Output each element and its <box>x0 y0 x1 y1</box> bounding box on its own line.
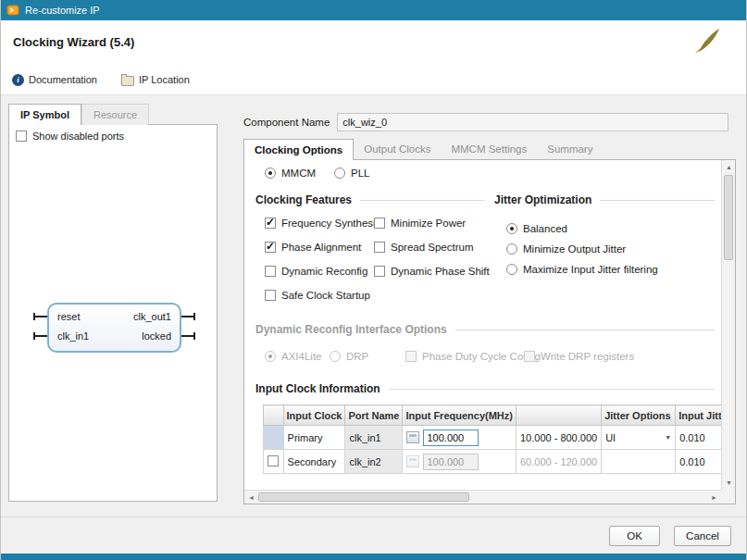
col-select <box>264 405 284 426</box>
pll-label[interactable]: PLL <box>351 168 369 179</box>
frequency-synthesis-checkbox[interactable] <box>265 218 276 229</box>
footer: OK Cancel <box>609 526 731 546</box>
horizontal-scrollbar[interactable]: ◄ ► <box>244 490 721 504</box>
page-title: Clocking Wizard (5.4) <box>13 35 134 49</box>
tab-resource[interactable]: Resource <box>81 104 149 125</box>
secondary-jitter-options-cell <box>602 450 676 474</box>
folder-icon <box>121 76 134 86</box>
tab-summary[interactable]: Summary <box>537 139 603 160</box>
port-reset: reset <box>57 311 80 322</box>
component-name-label: Component Name <box>243 117 330 128</box>
primary-clock-row: Primary clk_in1 10.000 - 800.000 UI ▼ 0.… <box>264 426 735 450</box>
jitter-optimization-title: Jitter Optimization <box>494 193 591 206</box>
port-locked: locked <box>142 330 171 342</box>
horizontal-scrollbar-thumb[interactable] <box>258 492 469 502</box>
phase-alignment-checkbox[interactable] <box>265 242 276 253</box>
ip-location-button[interactable]: IP Location <box>121 74 190 86</box>
scroll-right-button[interactable]: ► <box>707 491 721 504</box>
dynamic-phase-shift-checkbox[interactable] <box>374 266 385 277</box>
titlebar[interactable]: Re-customize IP <box>1 0 746 20</box>
ip-dialog-icon <box>6 4 19 17</box>
ip-symbol: reset clk_out1 clk_in1 locked <box>47 303 181 353</box>
pll-option: PLL <box>334 168 369 179</box>
safe-clock-startup-label[interactable]: Safe Clock Startup <box>281 290 370 301</box>
primary-jitter-options-cell[interactable]: UI ▼ <box>602 426 676 450</box>
minimize-power-checkbox[interactable] <box>374 218 385 229</box>
tab-ip-symbol[interactable]: IP Symbol <box>8 104 81 125</box>
primary-clock-cell: Primary <box>283 426 345 450</box>
dynamic-phase-shift-option: Dynamic Phase Shift <box>374 266 490 277</box>
scroll-down-icon: ▼ <box>726 479 732 486</box>
tab-mmcm-settings[interactable]: MMCM Settings <box>441 139 537 160</box>
minimize-power-label[interactable]: Minimize Power <box>391 218 466 229</box>
drp-radio <box>330 351 341 362</box>
scrollbar-corner <box>721 490 735 504</box>
info-icon: i <box>12 74 24 86</box>
spread-spectrum-label[interactable]: Spread Spectrum <box>391 242 474 253</box>
footer-divider <box>1 516 746 517</box>
ok-button[interactable]: OK <box>609 526 660 546</box>
documentation-button[interactable]: i Documentation <box>12 74 97 86</box>
frequency-synthesis-label[interactable]: Frequency Synthesis <box>281 218 380 229</box>
spread-spectrum-checkbox[interactable] <box>374 242 385 253</box>
mmcm-label[interactable]: MMCM <box>281 168 316 179</box>
dynamic-reconfig-checkbox[interactable] <box>265 266 276 277</box>
frequency-edit-icon <box>406 455 419 467</box>
primary-frequency-input[interactable] <box>423 429 479 446</box>
vertical-scrollbar-thumb[interactable] <box>724 175 733 260</box>
balanced-label[interactable]: Balanced <box>523 223 567 234</box>
port-stub-locked <box>181 335 195 337</box>
frequency-edit-icon[interactable] <box>406 431 419 443</box>
dynamic-phase-shift-label[interactable]: Dynamic Phase Shift <box>391 266 490 277</box>
safe-clock-startup-checkbox[interactable] <box>265 290 276 301</box>
dialog-header: Clocking Wizard (5.4) <box>1 20 746 65</box>
component-name-input[interactable] <box>337 113 728 131</box>
ip-symbol-panel: Show disabled ports reset clk_out1 clk_i… <box>8 124 218 502</box>
primary-jitter-option-value: UI <box>605 432 616 443</box>
tab-clocking-options[interactable]: Clocking Options <box>243 139 354 160</box>
balanced-radio[interactable] <box>506 223 517 234</box>
phase-duty-cycle-config-checkbox <box>405 351 417 362</box>
scroll-left-button[interactable]: ◄ <box>244 491 258 504</box>
dynamic-reconfig-label[interactable]: Dynamic Reconfig <box>281 266 367 277</box>
clocking-features-header: Clocking Features <box>255 193 485 206</box>
maximize-input-jitter-label[interactable]: Maximize Input Jitter filtering <box>523 264 658 275</box>
toolbar: i Documentation IP Location <box>1 65 746 95</box>
vertical-scrollbar[interactable]: ▲ ▼ <box>721 160 735 490</box>
vivado-logo-icon <box>692 28 722 59</box>
minimize-output-jitter-option: Minimize Output Jitter <box>506 243 626 255</box>
port-clk-in1: clk_in1 <box>57 330 89 342</box>
show-disabled-ports-label[interactable]: Show disabled ports <box>32 131 124 142</box>
primary-row-selector[interactable] <box>264 426 284 450</box>
secondary-enable-checkbox[interactable] <box>268 455 279 467</box>
scroll-right-icon: ► <box>711 494 717 501</box>
dropdown-icon[interactable]: ▼ <box>665 434 671 441</box>
left-panel: IP Symbol Resource Show disabled ports r… <box>8 104 218 502</box>
port-clk-out1: clk_out1 <box>133 311 171 322</box>
cancel-button[interactable]: Cancel <box>674 526 731 546</box>
secondary-row-selector <box>264 450 284 474</box>
axi4lite-label: AXI4Lite <box>281 351 321 362</box>
divider <box>600 200 715 201</box>
scroll-up-button[interactable]: ▲ <box>722 160 736 174</box>
show-disabled-ports-row: Show disabled ports <box>16 131 124 142</box>
primary-port-cell: clk_in1 <box>345 426 403 450</box>
phase-alignment-label[interactable]: Phase Alignment <box>281 242 361 253</box>
secondary-frequency-cell <box>403 450 517 474</box>
pll-radio[interactable] <box>334 168 345 179</box>
write-drp-registers-label: Write DRP registers <box>541 351 634 362</box>
maximize-input-jitter-radio[interactable] <box>506 264 517 275</box>
axi4lite-radio <box>265 351 276 362</box>
input-clock-information-title: Input Clock Information <box>255 382 380 395</box>
col-frequency-range <box>516 405 601 426</box>
dynamic-reconfig-interface-header: Dynamic Reconfig Interface Options <box>255 323 715 336</box>
show-disabled-ports-checkbox[interactable] <box>16 131 27 142</box>
scroll-down-button[interactable]: ▼ <box>722 476 736 490</box>
primary-frequency-cell <box>403 426 517 450</box>
secondary-frequency-input <box>423 454 479 470</box>
mmcm-radio[interactable] <box>265 168 276 179</box>
scroll-left-icon: ◄ <box>248 494 255 501</box>
minimize-output-jitter-radio[interactable] <box>506 243 517 255</box>
minimize-output-jitter-label[interactable]: Minimize Output Jitter <box>523 243 626 255</box>
tab-output-clocks[interactable]: Output Clocks <box>354 139 441 160</box>
